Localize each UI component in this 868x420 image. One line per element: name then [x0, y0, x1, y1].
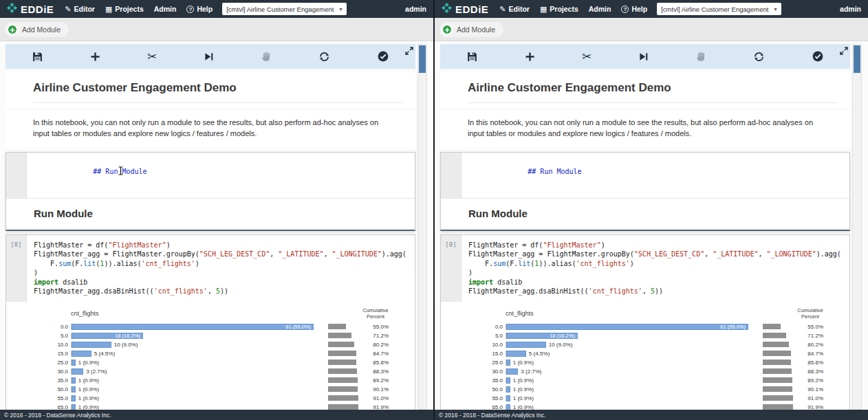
- notebook-title-block: Airline Customer Engagement Demo: [6, 72, 415, 107]
- code-token: ): [601, 241, 605, 249]
- code-cell[interactable]: [8] FlightMaster = df("FlightMaster")Fli…: [6, 234, 415, 410]
- nav-item-admin[interactable]: Admin: [154, 5, 177, 13]
- user-menu[interactable]: admin: [840, 5, 861, 13]
- navbar-menu: ✎ Editor ▦ Projects Admin ? Help: [65, 5, 213, 13]
- nav-item-projects[interactable]: ▦ Projects: [540, 5, 578, 13]
- code-editor[interactable]: FlightMaster = df("FlightMaster")FlightM…: [27, 235, 415, 302]
- chevron-down-icon: ▾: [774, 6, 777, 12]
- histogram-row: 35.01 (0.9%)89.2%: [47, 376, 415, 385]
- add-module-button[interactable]: + Add Module: [5, 22, 69, 37]
- refresh-icon[interactable]: [753, 51, 765, 63]
- bar-area: 1 (0.9%): [71, 404, 317, 410]
- y-axis-label: 0.0: [482, 324, 503, 330]
- scrollbar-thumb[interactable]: [419, 45, 426, 73]
- code-token: sum: [58, 260, 71, 267]
- brand-name: EDDiE: [21, 3, 54, 15]
- y-axis-label: 30.0: [482, 368, 503, 375]
- markdown-source[interactable]: ## Run Module: [27, 153, 415, 198]
- code-input-row: [8] FlightMaster = df("FlightMaster")Fli…: [6, 235, 415, 302]
- markdown-source[interactable]: ## Run Module: [462, 153, 849, 198]
- bar-area: 1 (0.9%): [506, 377, 752, 384]
- cell-gutter: [6, 153, 27, 198]
- expand-icon[interactable]: [405, 45, 413, 58]
- save-icon[interactable]: [32, 51, 43, 63]
- cumulative-bar-area: [328, 377, 364, 383]
- pan-hand-icon[interactable]: [261, 51, 272, 62]
- bar-value-label: 1 (0.9%): [513, 386, 534, 393]
- cumulative-bar-area: [328, 395, 364, 401]
- bar-value-label: 1 (0.9%): [513, 395, 534, 401]
- cumulative-percent-label: 90.1%: [364, 386, 389, 393]
- validate-check-icon[interactable]: [377, 50, 389, 63]
- nav-help-label: Help: [197, 5, 213, 13]
- histogram-row: 10.010 (9.0%)80.2%: [482, 340, 849, 349]
- markdown-cell[interactable]: ## Run Module Run Module: [440, 152, 850, 231]
- markdown-source-row: ## Run Module: [441, 153, 849, 198]
- brand[interactable]: EDDiE: [442, 3, 488, 16]
- cumulative-percent-label: 91.0%: [364, 395, 389, 401]
- histogram-row: 0.061 (55.0%)55.0%: [482, 322, 849, 331]
- y-axis-label: 15.0: [482, 351, 503, 357]
- cumulative-percent-label: 80.2%: [364, 342, 389, 348]
- add-cell-icon[interactable]: [525, 52, 535, 62]
- pan-hand-icon[interactable]: [695, 51, 706, 62]
- histogram-bar: [72, 368, 83, 375]
- scrollbar[interactable]: [417, 44, 427, 410]
- histogram-bar: 61 (55.0%): [506, 324, 748, 330]
- code-token: lit: [83, 260, 96, 267]
- code-token: ,: [758, 250, 766, 258]
- histogram-bar: [506, 395, 510, 401]
- code-token: lit: [518, 260, 530, 267]
- code-cell[interactable]: [0] FlightMaster = df("FlightMaster")Fli…: [440, 234, 850, 410]
- cumulative-bar: [328, 368, 357, 374]
- code-editor[interactable]: FlightMaster = df("FlightMaster")FlightM…: [462, 235, 849, 302]
- cumulative-percent-label: 80.2%: [799, 342, 823, 348]
- refresh-icon[interactable]: [318, 51, 330, 63]
- code-token: dsalib: [58, 278, 87, 286]
- run-all-icon[interactable]: [638, 52, 649, 62]
- nav-item-help[interactable]: ? Help: [186, 5, 213, 13]
- cumulative-bar-area: [763, 377, 799, 383]
- scrollbar-thumb[interactable]: [854, 45, 860, 73]
- expand-icon[interactable]: [840, 45, 848, 58]
- y-axis-label: 5.0: [482, 333, 503, 339]
- cut-cell-icon[interactable]: ✂: [582, 51, 592, 63]
- nav-item-editor[interactable]: ✎ Editor: [499, 5, 530, 13]
- brand[interactable]: EDDiE: [7, 3, 54, 16]
- cumulative-percent-label: 71.2%: [364, 333, 389, 339]
- bar-value-label: 1 (0.9%): [78, 360, 99, 366]
- histogram-bar: [506, 368, 518, 375]
- cut-cell-icon[interactable]: ✂: [147, 51, 157, 63]
- histogram-bar: 18 (16.2%): [506, 333, 578, 339]
- cumulative-bar-area: [763, 386, 799, 392]
- add-module-button[interactable]: + Add Module: [440, 22, 503, 37]
- nav-item-projects[interactable]: ▦ Projects: [105, 5, 144, 13]
- project-selector[interactable]: [cmtvl] Airline Customer Engagement ▾: [657, 3, 781, 15]
- bar-area: 10 (9.0%): [506, 342, 752, 348]
- bar-value-label: 5 (4.5%): [529, 351, 550, 357]
- histogram-row: 30.03 (2.7%)88.3%: [47, 367, 415, 376]
- nav-item-admin[interactable]: Admin: [589, 5, 611, 13]
- nav-item-help[interactable]: ? Help: [621, 5, 647, 13]
- cumulative-percent-label: 91.9%: [364, 404, 389, 410]
- cumulative-percent-label: 84.7%: [799, 351, 823, 357]
- cumulative-bar-area: [328, 368, 364, 374]
- run-all-icon[interactable]: [204, 52, 214, 62]
- nav-item-editor[interactable]: ✎ Editor: [65, 5, 95, 13]
- eddie-app-panel: EDDiE ✎ Editor ▦ Projects Admin ? Help: [0, 0, 433, 420]
- project-selector[interactable]: [cmtvl] Airline Customer Engagement ▾: [222, 3, 346, 15]
- navbar-menu: ✎ Editor ▦ Projects Admin ? Help: [499, 5, 647, 13]
- validate-check-icon[interactable]: [812, 50, 824, 63]
- eddie-logo-icon: [7, 3, 17, 16]
- cumulative-bar-area: [328, 342, 364, 347]
- user-menu[interactable]: admin: [405, 5, 426, 13]
- bar-area: 1 (0.9%): [71, 360, 317, 366]
- code-token: )): [655, 287, 663, 295]
- histogram-bar: [72, 351, 91, 357]
- code-token: ): [166, 241, 171, 249]
- code-token: ,: [270, 250, 278, 258]
- add-cell-icon[interactable]: [90, 52, 100, 62]
- save-icon[interactable]: [466, 51, 478, 63]
- markdown-cell[interactable]: ## Run Module Run Module: [6, 152, 415, 231]
- scrollbar[interactable]: [852, 44, 862, 410]
